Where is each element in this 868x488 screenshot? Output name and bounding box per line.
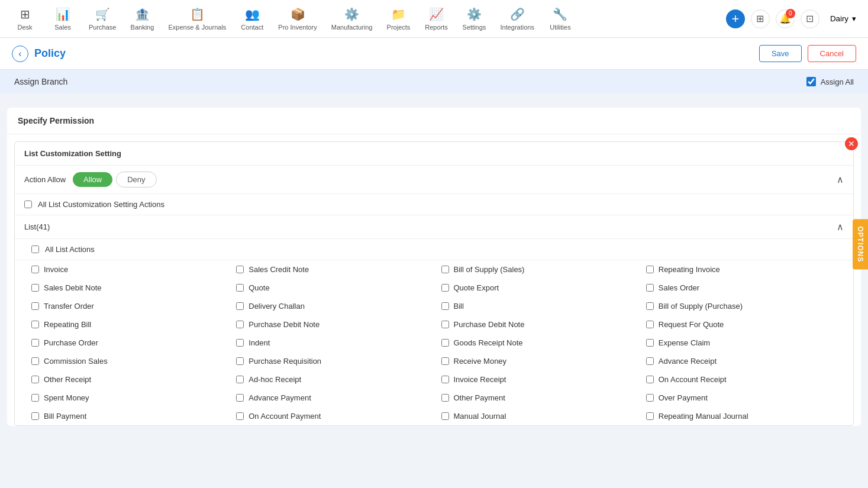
list-item-checkbox[interactable] [31,284,39,292]
nav-pro-inventory-label: Pro Inventory [278,24,317,31]
list-item: Invoice [24,260,229,279]
list-item-checkbox[interactable] [236,394,244,402]
list-item-checkbox[interactable] [441,339,449,347]
list-item-label: Spent Money [44,393,89,402]
list-item-checkbox[interactable] [31,321,39,328]
list-item-label: Invoice [44,265,68,274]
list-item-checkbox[interactable] [646,394,654,402]
list-item-checkbox[interactable] [236,376,244,383]
all-list-actions-checkbox[interactable] [31,245,39,253]
list-item: Purchase Debit Note [229,315,434,334]
list-item-checkbox[interactable] [236,339,244,347]
top-nav: ⊞ Desk 📊 Sales 🛒 Purchase 🏦 Banking 📋 Ex… [0,0,868,38]
nav-desk[interactable]: ⊞ Desk [7,5,43,33]
grid-view-button[interactable]: ⊞ [751,9,770,28]
nav-expense[interactable]: 📋 Expense & Journals [162,5,232,33]
nav-contact[interactable]: 👥 Contact [234,5,270,33]
list-collapse-button[interactable]: ∧ [837,221,844,232]
list-item-label: Request For Quote [659,320,724,329]
nav-manufacturing[interactable]: ⚙️ Manufacturing [325,5,379,33]
list-item-checkbox[interactable] [441,302,449,310]
list-item-checkbox[interactable] [31,339,39,347]
list-item-label: Invoice Receipt [454,375,506,384]
list-item-label: Sales Credit Note [249,265,309,274]
list-item-checkbox[interactable] [236,266,244,273]
list-item-checkbox[interactable] [31,357,39,365]
list-item-label: Other Receipt [44,375,91,384]
nav-pro-inventory[interactable]: 📦 Pro Inventory [272,5,322,33]
nav-reports-label: Reports [425,24,448,31]
notifications-button[interactable]: 🔔 0 [776,9,795,28]
list-item-checkbox[interactable] [441,266,449,273]
apps-button[interactable]: ⊡ [801,9,819,28]
list-item-label: On Account Payment [249,412,321,421]
list-item-label: Repeating Bill [44,320,91,329]
nav-expense-label: Expense & Journals [168,24,226,31]
nav-purchase[interactable]: 🛒 Purchase [83,5,122,33]
list-item-checkbox[interactable] [441,394,449,402]
list-item-checkbox[interactable] [31,266,39,273]
list-item-label: Quote Export [454,283,499,292]
save-button[interactable]: Save [759,45,802,62]
nav-utilities[interactable]: 🔧 Utilities [543,5,578,33]
list-item-checkbox[interactable] [236,284,244,292]
list-item-checkbox[interactable] [441,284,449,292]
nav-integrations[interactable]: 🔗 Integrations [494,5,540,33]
nav-reports[interactable]: 📈 Reports [418,5,454,33]
list-item-checkbox[interactable] [31,412,39,420]
list-item-checkbox[interactable] [236,302,244,310]
action-allow-label: Action Allow [24,175,66,184]
nav-projects-label: Projects [387,24,411,31]
list-item-checkbox[interactable] [441,412,449,420]
list-item: Sales Credit Note [229,260,434,279]
list-item-checkbox[interactable] [646,321,654,328]
list-item-checkbox[interactable] [236,321,244,328]
list-item-checkbox[interactable] [646,284,654,292]
list-item-checkbox[interactable] [646,266,654,273]
list-item: Quote [229,279,434,297]
all-list-customization-checkbox[interactable] [24,201,32,208]
list-item-checkbox[interactable] [31,376,39,383]
list-item-label: Transfer Order [44,302,94,311]
list-item-label: Other Payment [454,393,505,402]
list-item: Bill [434,297,639,315]
options-tab[interactable]: OPTIONS [853,219,868,269]
list-item-checkbox[interactable] [441,376,449,383]
nav-banking[interactable]: 🏦 Banking [124,5,160,33]
nav-projects[interactable]: 📁 Projects [380,5,416,33]
list-item-checkbox[interactable] [646,376,654,383]
list-item-checkbox[interactable] [31,302,39,310]
list-item-checkbox[interactable] [441,321,449,328]
nav-right: + ⊞ 🔔 0 ⊡ Dairy ▾ [726,9,861,28]
cancel-button[interactable]: Cancel [808,45,856,62]
collapse-button[interactable]: ∧ [837,174,844,185]
list-item-checkbox[interactable] [236,357,244,365]
list-item-checkbox[interactable] [31,394,39,402]
specify-section: Specify Permission ✕ List Customization … [7,108,861,426]
list-item: Bill of Supply (Purchase) [639,297,844,315]
user-menu-button[interactable]: Dairy ▾ [825,12,861,25]
list-item-checkbox[interactable] [646,412,654,420]
list-item-checkbox[interactable] [646,339,654,347]
list-item: Other Receipt [24,370,229,389]
pro-inventory-icon: 📦 [291,7,305,21]
nav-sales[interactable]: 📊 Sales [45,5,80,33]
close-button[interactable]: ✕ [845,137,858,150]
nav-settings[interactable]: ⚙️ Settings [456,5,492,33]
list-item-label: Bill [454,302,464,311]
page-title: Policy [34,47,66,60]
assign-all-checkbox[interactable] [806,77,816,86]
list-setting-header: List Customization Setting [15,142,853,166]
list-item-checkbox[interactable] [646,302,654,310]
all-list-actions-row: All List Actions [15,239,853,260]
back-button[interactable]: ‹ [12,46,28,62]
settings-icon: ⚙️ [467,7,482,21]
list-item: On Account Payment [229,407,434,425]
deny-button[interactable]: Deny [116,172,156,188]
list-item-checkbox[interactable] [441,357,449,365]
add-button[interactable]: + [726,9,745,28]
list-item-checkbox[interactable] [646,357,654,365]
allow-button[interactable]: Allow [73,172,112,187]
assign-branch-label: Assign Branch [14,77,67,86]
list-item-checkbox[interactable] [236,412,244,420]
